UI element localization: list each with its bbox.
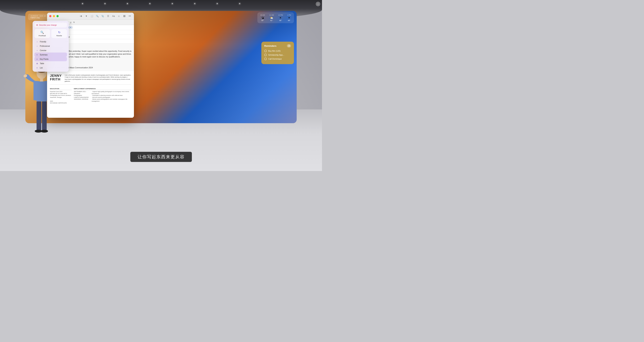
- titlebar-actions: ▼ ⬜ 🔍 📎 ☰ Aa ☺ 🖼 •••: [79, 14, 132, 18]
- weather-time-3: 1 PM: [287, 14, 291, 16]
- ai-menu-summary[interactable]: ≡ Summary: [34, 53, 67, 57]
- employment-title: EMPLOYMENT EXPERIENCE: [74, 88, 131, 90]
- resume-name-block: JENNY FRITH: [50, 74, 62, 81]
- format-icon[interactable]: ☰: [106, 14, 110, 18]
- calendar-day-label: SUNDAY, JUN 16: [30, 15, 46, 17]
- ai-writing-menu: ⊕ Describe your change 🔍 Proofread ↻ Rew…: [32, 21, 69, 72]
- ai-menu-friendly[interactable]: ○ Friendly: [34, 40, 67, 44]
- attachment-icon[interactable]: 📎: [101, 14, 104, 18]
- rewrite-button[interactable]: ↻ Rewrite: [52, 29, 67, 38]
- send-icon[interactable]: [79, 14, 83, 18]
- info-icon: ℹ: [318, 3, 318, 5]
- svg-rect-2: [40, 78, 43, 82]
- list-icon: ≡: [36, 67, 38, 69]
- employment-role: SEPTEMBER 2021–PRESENT Photographer CAMP…: [74, 91, 90, 102]
- from-value: Jenny Frith: [58, 40, 132, 42]
- describe-change-label: Describe your change: [39, 24, 57, 26]
- emoji-icon[interactable]: ☺: [117, 14, 121, 18]
- resume-section: JENNY FRITH I am a third-year student un…: [47, 71, 134, 107]
- ai-menu-table[interactable]: ⊞ Table: [34, 61, 67, 66]
- weather-time-1: 11 AM: [269, 14, 274, 16]
- reminders-count: 3: [287, 44, 291, 48]
- resume-columns: EDUCATION Expected June 2024 BACHELOR OF…: [50, 86, 131, 104]
- ai-menu-key-points[interactable]: ≡ Key Points: [34, 57, 67, 61]
- maximize-button[interactable]: [56, 15, 59, 17]
- compose-icon[interactable]: ▼: [84, 14, 88, 18]
- reminder-text-1: Scholarship App...: [268, 54, 284, 56]
- reminder-circle-2: [264, 58, 267, 60]
- search-icon[interactable]: 🔍: [95, 14, 99, 18]
- reminder-item-2: Call Dominique: [264, 58, 291, 60]
- svg-point-9: [41, 130, 48, 133]
- describe-change-button[interactable]: ⊕ Describe your change: [34, 23, 67, 27]
- stage-background: SUNDAY, JUN 16 Father's Day 10 AM 🌤 59° …: [0, 0, 322, 171]
- professional-icon: ○: [36, 45, 38, 47]
- education-title: EDUCATION: [50, 88, 72, 90]
- strikethrough-icon[interactable]: S̶: [73, 21, 75, 24]
- weather-item-3: 1 PM ☀ 68°: [287, 14, 291, 21]
- table-icon: ⊞: [36, 62, 38, 65]
- resume-name-line2: FRITH: [50, 78, 62, 81]
- resume-left-col: EDUCATION Expected June 2024 BACHELOR OF…: [50, 86, 72, 104]
- underline-icon[interactable]: U: [70, 21, 72, 24]
- weather-item-0: 10 AM 🌤 59°: [260, 14, 265, 21]
- rewrite-icon: ↻: [58, 31, 60, 34]
- ceiling-light: [217, 3, 218, 4]
- weather-temp-3: 68°: [288, 20, 290, 21]
- subject-value[interactable]: Following Up: [58, 36, 132, 38]
- proofread-icon: 🔍: [40, 31, 44, 34]
- proofread-label: Proofread: [38, 35, 46, 37]
- rewrite-label: Rewrite: [56, 35, 62, 37]
- ceiling-light: [150, 3, 150, 4]
- weather-time-0: 10 AM: [260, 14, 265, 16]
- ai-menu-concise[interactable]: ○ Concise: [34, 48, 67, 53]
- ceiling-light: [194, 3, 195, 4]
- concise-label: Concise: [40, 50, 46, 52]
- weather-widget: 10 AM 🌤 59° 11 AM ⛅ 62° 12 PM ☀ 66° 1 PM…: [258, 12, 294, 23]
- weather-time-2: 12 PM: [278, 14, 283, 16]
- ceiling-light: [104, 3, 105, 4]
- font-icon[interactable]: Aa: [112, 14, 116, 18]
- weather-icon-3: ☀: [288, 16, 290, 19]
- reminders-widget: Reminders 3 Buy film (120) Scholarship A…: [261, 42, 294, 64]
- reminder-item-1: Scholarship App...: [264, 54, 291, 56]
- minimize-button[interactable]: [53, 15, 55, 17]
- weather-item-2: 12 PM ☀ 66°: [278, 14, 283, 21]
- more-icon[interactable]: •••: [128, 14, 132, 18]
- reminder-text-2: Call Dominique: [268, 58, 282, 60]
- subtitle-bar: 让你写起东西来更从容: [130, 152, 192, 162]
- ceiling-light: [239, 3, 240, 4]
- education-detail: Expected June 2024 BACHELOR OF FINE ARTS…: [50, 91, 72, 104]
- reminders-title: Reminders: [264, 45, 276, 47]
- ai-menu-list[interactable]: ≡ List: [34, 66, 67, 70]
- key-points-label: Key Points: [40, 58, 48, 60]
- reminders-header: Reminders 3: [264, 44, 291, 48]
- reminder-item-0: Buy film (120): [264, 50, 291, 52]
- summary-icon: ≡: [36, 54, 38, 56]
- key-points-icon: ≡: [36, 58, 38, 60]
- apple-intelligence-icon: ⊕: [36, 24, 38, 26]
- list-label: List: [40, 67, 43, 69]
- ceiling-light: [172, 3, 173, 4]
- weather-icon-0: 🌤: [261, 16, 264, 19]
- ai-menu-professional[interactable]: ○ Professional: [34, 44, 67, 48]
- ceiling-light: [127, 3, 128, 4]
- concise-icon: ○: [36, 49, 38, 52]
- ceiling-light: [82, 3, 83, 4]
- close-button[interactable]: [49, 15, 52, 17]
- table-label: Table: [40, 63, 44, 65]
- proofread-button[interactable]: 🔍 Proofread: [34, 29, 50, 38]
- weather-temp-1: 62°: [270, 20, 273, 21]
- window-icon[interactable]: ⬜: [90, 14, 94, 18]
- resume-right-col: EMPLOYMENT EXPERIENCE SEPTEMBER 2021–PRE…: [74, 86, 131, 104]
- svg-rect-6: [36, 101, 41, 130]
- photo-icon[interactable]: 🖼: [122, 14, 126, 18]
- resume-bio: I am a third-year student undergraduate …: [64, 74, 131, 82]
- weather-temp-2: 66°: [279, 20, 282, 21]
- weather-icon-1: ⛅: [270, 16, 273, 19]
- friendly-icon: ○: [36, 40, 38, 43]
- recipient-chevron: ▼: [70, 27, 71, 28]
- window-titlebar: ▼ ⬜ 🔍 📎 ☰ Aa ☺ 🖼 •••: [47, 13, 134, 20]
- info-button[interactable]: ℹ: [316, 2, 320, 6]
- ai-tools-section: 🔍 Proofread ↻ Rewrite: [34, 29, 67, 38]
